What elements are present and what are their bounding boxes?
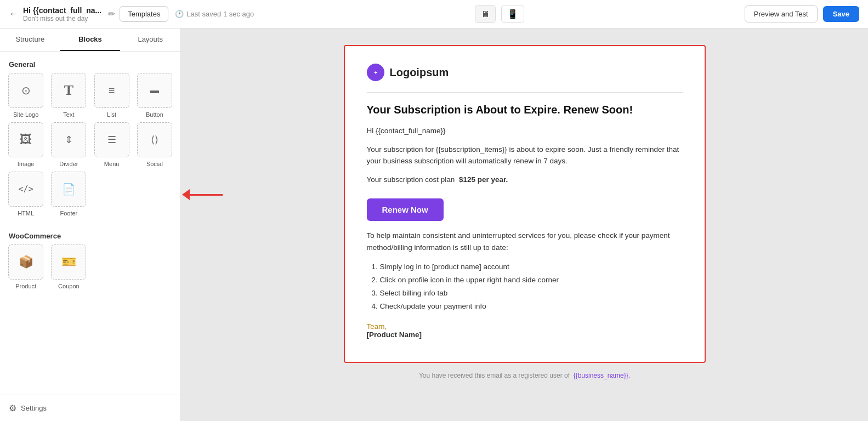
tab-layouts[interactable]: Layouts [120,29,180,51]
email-body1: Your subscription for {{subscription_ite… [367,144,683,167]
edit-icon: ✏ [108,9,115,19]
woocommerce-section-title: WooCommerce [0,223,180,244]
list-icon-box: ≡ [94,73,129,108]
email-divider [367,92,683,93]
email-product-name: [Product Name] [367,331,683,339]
mobile-view-button[interactable]: 📱 [501,5,524,23]
email-body2-text: Your subscription cost plan [367,175,455,184]
button-icon: ▬ [150,86,159,95]
block-html[interactable]: </> HTML [7,172,45,217]
email-sign: Team, [367,322,683,331]
block-button[interactable]: ▬ Button [135,73,174,118]
canvas-area: ✦ Logoipsum Your Subscription is About t… [181,29,868,421]
site-logo-icon: ⊙ [21,84,31,97]
block-text[interactable]: T Text [49,73,88,118]
block-site-logo[interactable]: ⊙ Site Logo [7,73,45,118]
html-icon: </> [19,184,33,194]
drag-arrow-indicator [182,189,223,200]
email-logo-row: ✦ Logoipsum [367,64,683,81]
footer-text: You have received this email as a regist… [419,372,570,379]
desktop-icon: 🖥 [481,9,490,19]
email-title-sub: Don't miss out the day [23,15,101,22]
product-label: Product [15,283,36,289]
divider-label: Divider [59,161,78,167]
email-title-main: Hi {{contact_full_na... [23,6,101,15]
footer-icon-box: 📄 [51,172,86,207]
email-steps-list: Simply log in to [product name] account … [367,260,683,314]
tab-structure[interactable]: Structure [0,29,60,51]
button-label: Button [146,111,163,118]
logo-icon: ✦ [367,64,384,81]
block-menu[interactable]: ☰ Menu [93,122,131,167]
woocommerce-blocks-grid: 📦 Product 🎫 Coupon [0,244,180,296]
text-icon: T [64,82,73,99]
back-icon: ← [9,8,19,20]
list-item: Check/update your payment info [380,300,683,313]
logo-text: Logoipsum [390,66,449,79]
main-layout: Structure Blocks Layouts General ⊙ Site … [0,29,868,421]
general-section-title: General [0,52,180,73]
renew-now-button[interactable]: Renew Now [367,198,444,221]
block-social[interactable]: ⟨⟩ Social [135,122,174,167]
list-item: Click on profile icon in the upper right… [380,274,683,287]
email-preview: ✦ Logoipsum Your Subscription is About t… [344,45,706,363]
preview-and-test-button[interactable]: Preview and Test [745,5,818,22]
settings-label: Settings [21,404,47,412]
social-icon-box: ⟨⟩ [137,122,172,157]
mobile-icon: 📱 [507,9,518,19]
block-list[interactable]: ≡ List [93,73,131,118]
sidebar: Structure Blocks Layouts General ⊙ Site … [0,29,181,421]
text-label: Text [63,111,74,118]
back-button[interactable]: ← [9,8,19,20]
block-image[interactable]: 🖼 Image [7,122,45,167]
device-switcher: 🖥 📱 [260,5,738,23]
sidebar-tabs: Structure Blocks Layouts [0,29,180,52]
menu-icon-box: ☰ [94,122,129,157]
email-footer-area: You have received this email as a regist… [344,363,706,388]
email-headline: Your Subscription is About to Expire. Re… [367,104,683,116]
topbar: ← Hi {{contact_full_na... Don't miss out… [0,0,868,29]
svg-text:✦: ✦ [373,70,378,76]
list-label: List [107,111,116,118]
block-coupon[interactable]: 🎫 Coupon [49,244,88,289]
html-label: HTML [18,210,34,217]
social-icon: ⟨⟩ [151,134,158,146]
saved-text: Last saved 1 sec ago [186,10,254,18]
html-icon-box: </> [8,172,43,207]
menu-label: Menu [104,161,120,167]
tab-blocks[interactable]: Blocks [60,29,121,51]
footer-label: Footer [60,210,77,217]
email-price: $125 per year. [459,175,508,184]
list-item: Select billing info tab [380,287,683,300]
email-body2: Your subscription cost plan $125 per yea… [367,174,683,186]
social-label: Social [146,161,163,167]
image-icon-box: 🖼 [8,122,43,157]
image-label: Image [18,161,35,167]
templates-button[interactable]: Templates [120,6,168,22]
block-divider[interactable]: ⇕ Divider [49,122,88,167]
list-item: Simply log in to [product name] account [380,260,683,274]
coupon-icon: 🎫 [61,255,76,269]
email-greeting: Hi {{contact_full_name}} [367,125,683,137]
settings-footer[interactable]: ⚙ Settings [0,395,180,421]
divider-icon: ⇕ [65,134,73,146]
site-logo-icon-box: ⊙ [8,73,43,108]
settings-icon: ⚙ [9,403,16,413]
edit-title-button[interactable]: ✏ [108,9,115,19]
desktop-view-button[interactable]: 🖥 [475,5,496,23]
list-icon: ≡ [109,84,115,97]
divider-icon-box: ⇕ [51,122,86,157]
block-product[interactable]: 📦 Product [7,244,45,289]
coupon-label: Coupon [58,283,80,289]
arrow-line [190,194,223,196]
arrow-head [182,189,190,200]
save-button[interactable]: Save [823,6,859,22]
email-title-block: Hi {{contact_full_na... Don't miss out t… [23,6,101,22]
site-logo-label: Site Logo [13,111,38,118]
text-icon-box: T [51,73,86,108]
product-icon: 📦 [19,255,33,269]
coupon-icon-box: 🎫 [51,244,86,280]
footer-link[interactable]: {{business_name}}. [574,372,630,379]
block-footer[interactable]: 📄 Footer [49,172,88,217]
image-icon: 🖼 [20,133,32,147]
